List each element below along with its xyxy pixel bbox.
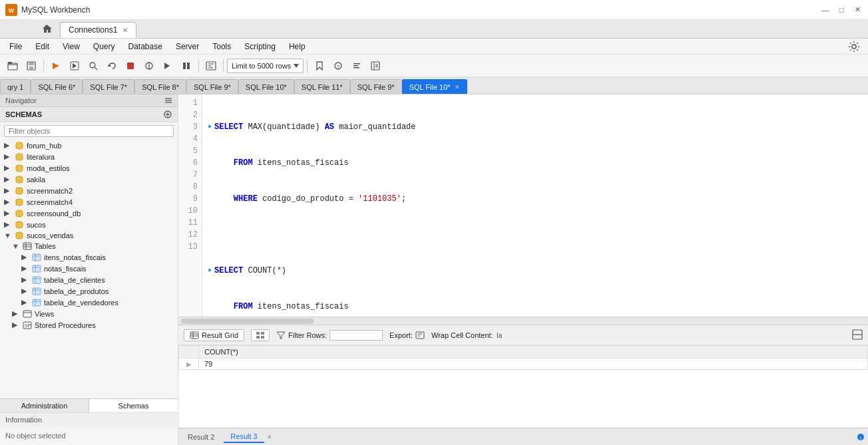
- stored-procedures-folder[interactable]: ▶ SP Stored Procedures: [0, 319, 178, 331]
- menu-tools[interactable]: Tools: [206, 41, 238, 53]
- menu-view[interactable]: View: [56, 41, 87, 53]
- tab-administration[interactable]: Administration: [0, 399, 89, 412]
- connection-tab[interactable]: Connections1 ✕: [60, 22, 136, 38]
- result-tab-2[interactable]: Result 2: [181, 432, 221, 442]
- schema-screenmatch4[interactable]: ▶ screenmatch4: [0, 196, 178, 208]
- result-expand-button[interactable]: [852, 329, 863, 341]
- file-tab-close[interactable]: ✕: [455, 84, 460, 90]
- sql-editor[interactable]: 1 2 3 4 5 6 7 8 9 10 11 12 13 ● SELECT M…: [178, 94, 868, 317]
- file-tab-qry1[interactable]: qry 1: [0, 79, 31, 94]
- home-button[interactable]: [33, 19, 60, 38]
- file-tab-9a[interactable]: SQL File 9*: [186, 79, 238, 94]
- menu-file[interactable]: File: [3, 41, 29, 53]
- tab-schemas[interactable]: Schemas: [89, 399, 178, 412]
- config-button[interactable]: [367, 57, 384, 74]
- pause-button[interactable]: [178, 57, 195, 74]
- visual-explain-button[interactable]: [202, 57, 220, 74]
- export-icon[interactable]: [415, 331, 425, 339]
- navigator-label: Navigator: [5, 96, 37, 104]
- tables-folder[interactable]: ▼ Tables: [0, 241, 178, 251]
- filter-rows-input[interactable]: [329, 330, 383, 341]
- file-tab-10b[interactable]: SQL File 10* ✕: [402, 79, 467, 94]
- conn-tab-close[interactable]: ✕: [122, 27, 128, 34]
- svg-rect-56: [33, 265, 41, 272]
- table-notas-fiscais[interactable]: ▶ notas_fiscais: [0, 263, 178, 274]
- result-toolbar: Result Grid Filter Rows: Export: Wrap Ce…: [178, 325, 868, 345]
- table-tabela-de-clientes[interactable]: ▶ tabela_de_clientes: [0, 274, 178, 285]
- editor-scrollbar[interactable]: [178, 317, 868, 325]
- result-grid-tab[interactable]: Result Grid: [184, 329, 244, 341]
- schema-tree: ▶ forum_hub ▶ literalura ▶ moda_estilos …: [0, 140, 178, 398]
- svg-rect-33: [375, 64, 378, 68]
- folder-name: Views: [35, 310, 54, 318]
- table-tabela-de-vendedores[interactable]: ▶ tabela_de_vendedores: [0, 297, 178, 308]
- stop-button[interactable]: [122, 57, 139, 74]
- schema-moda-estilos[interactable]: ▶ moda_estilos: [0, 162, 178, 174]
- search-button[interactable]: [85, 57, 102, 74]
- maximize-button[interactable]: □: [836, 5, 847, 15]
- menu-query[interactable]: Query: [87, 41, 122, 53]
- minimize-button[interactable]: —: [820, 5, 831, 15]
- format-button[interactable]: [348, 57, 365, 74]
- menu-edit[interactable]: Edit: [29, 41, 56, 53]
- menu-database[interactable]: Database: [122, 41, 169, 53]
- bookmark-button[interactable]: [311, 57, 328, 74]
- table-itens-notas-fiscais[interactable]: ▶ itens_notas_fiscais: [0, 251, 178, 263]
- file-tab-9b[interactable]: SQL File 9*: [350, 79, 402, 94]
- undo-button[interactable]: [103, 57, 120, 74]
- svg-rect-53: [33, 254, 41, 261]
- limit-rows-selector[interactable]: Limit to 5000 rows: [227, 59, 304, 73]
- database-icon: [15, 176, 24, 184]
- database-icon: [15, 187, 24, 195]
- code-line-5: ● SELECT COUNT(*): [208, 265, 863, 277]
- toggle-button[interactable]: [140, 57, 158, 74]
- scroll-thumb[interactable]: [181, 319, 314, 324]
- file-tab-8[interactable]: SQL File 8*: [134, 79, 186, 94]
- svg-rect-28: [353, 63, 360, 65]
- schemas-label: SCHEMAS: [5, 110, 42, 118]
- sql-code[interactable]: ● SELECT MAX(quantidade) AS maior_quanti…: [202, 94, 868, 317]
- schema-screensound-db[interactable]: ▶ screensound_db: [0, 208, 178, 219]
- views-folder[interactable]: ▶ Views: [0, 308, 178, 319]
- wrap-icon[interactable]: Ia: [496, 331, 505, 339]
- add-schema-icon[interactable]: [163, 110, 172, 119]
- execute-current-button[interactable]: [66, 57, 83, 74]
- row-arrow-icon: ▶: [186, 361, 192, 368]
- schema-forum-hub[interactable]: ▶ forum_hub: [0, 140, 178, 151]
- file-tab-7[interactable]: SQL File 7*: [83, 79, 134, 94]
- menubar: File Edit View Query Database Server Too…: [0, 39, 868, 55]
- filter-input[interactable]: [4, 125, 174, 137]
- table-row: ▶ 79: [179, 359, 868, 370]
- file-tab-6[interactable]: SQL File 6*: [31, 79, 83, 94]
- menu-scripting[interactable]: Scripting: [238, 41, 282, 53]
- schema-sucos[interactable]: ▶ sucos: [0, 219, 178, 230]
- schemas-header: SCHEMAS: [0, 107, 178, 122]
- menu-help[interactable]: Help: [282, 41, 312, 53]
- open-button[interactable]: [4, 57, 21, 74]
- context-help-button[interactable]: ?: [329, 57, 347, 74]
- svg-rect-81: [416, 332, 424, 339]
- toolbar-separator: [43, 59, 44, 73]
- result-tab-3[interactable]: Result 3: [224, 431, 264, 443]
- file-tab-11[interactable]: SQL File 11*: [294, 79, 350, 94]
- menu-server[interactable]: Server: [169, 41, 206, 53]
- svg-rect-68: [23, 311, 31, 317]
- schema-sucos-vendas[interactable]: ▼ sucos_vendas: [0, 230, 178, 241]
- expand-arrow: ▶: [21, 275, 29, 284]
- save-button[interactable]: [23, 57, 40, 74]
- schema-literalura[interactable]: ▶ literalura: [0, 151, 178, 162]
- expand-arrow: ▶: [21, 287, 29, 295]
- schema-screenmatch2[interactable]: ▶ screenmatch2: [0, 185, 178, 196]
- close-button[interactable]: ✕: [852, 5, 863, 15]
- row-indicator-header: [179, 346, 199, 359]
- navigator-header: Navigator: [0, 94, 178, 107]
- schema-sakila[interactable]: ▶ sakila: [0, 174, 178, 185]
- run-button[interactable]: [159, 57, 176, 74]
- grid-view-button[interactable]: [251, 329, 270, 341]
- gear-icon[interactable]: [848, 41, 860, 53]
- file-tab-10a[interactable]: SQL File 10*: [238, 79, 294, 94]
- result-tab-close[interactable]: ✕: [267, 434, 272, 440]
- stored-procedures-icon: SP: [23, 321, 32, 329]
- table-tabela-de-produtos[interactable]: ▶ tabela_de_produtos: [0, 285, 178, 297]
- execute-button[interactable]: [47, 57, 65, 74]
